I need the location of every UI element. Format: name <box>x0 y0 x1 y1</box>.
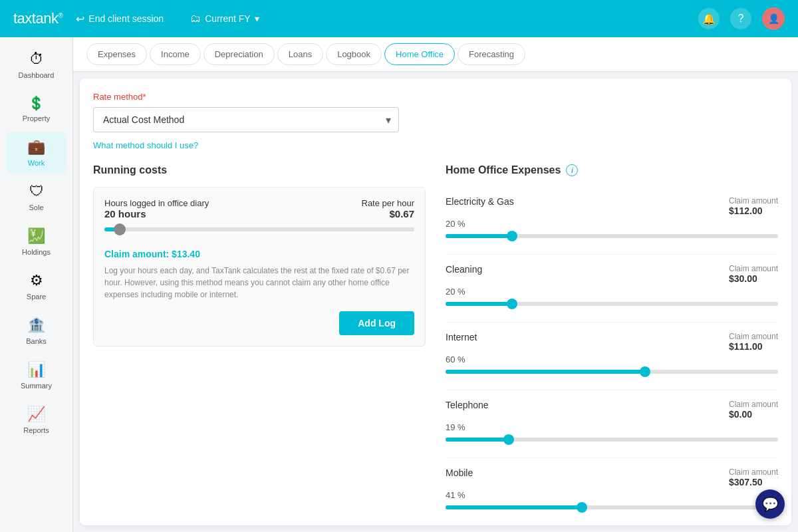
tab-bar: Expenses Income Depreciation Loans Logbo… <box>73 37 798 72</box>
rate-method-select-wrapper: Actual Cost Method Fixed Rate Method Sho… <box>93 107 399 132</box>
help-method-link[interactable]: What method should I use? <box>93 140 198 150</box>
chat-bubble[interactable]: 💬 <box>755 489 785 519</box>
property-icon: 💲 <box>28 95 45 111</box>
sidebar-item-spare[interactable]: ⚙ Spare <box>7 265 66 307</box>
main-content: Expenses Income Depreciation Loans Logbo… <box>73 37 798 532</box>
rate-label: Rate per hour <box>362 198 415 208</box>
help-icon[interactable]: ? <box>730 8 751 29</box>
chevron-down-icon: ▾ <box>255 13 259 24</box>
cleaning-slider[interactable] <box>446 302 778 313</box>
hours-label: Hours logged in office diary <box>104 198 209 208</box>
hours-value: 20 hours <box>104 208 209 219</box>
holdings-icon: 💹 <box>27 227 45 245</box>
running-costs-description: Log your hours each day, and TaxTank cal… <box>104 265 414 301</box>
dashboard-icon: ⏱ <box>29 51 44 68</box>
sidebar-item-banks[interactable]: 🏦 Banks <box>7 310 66 352</box>
running-costs-claim: Claim amount: $13.40 <box>104 249 414 259</box>
tab-home-office[interactable]: Home Office <box>384 43 455 65</box>
two-col-layout: Running costs Hours logged in office dia… <box>93 164 778 525</box>
internet-slider[interactable] <box>446 370 778 380</box>
hours-slider-track <box>104 227 414 231</box>
running-costs-section: Running costs Hours logged in office dia… <box>93 164 426 525</box>
sidebar-item-summary[interactable]: 📊 Summary <box>7 354 66 396</box>
running-costs-title: Running costs <box>93 164 426 176</box>
avatar[interactable]: 👤 <box>762 7 785 30</box>
rate-method-label: Rate method* <box>93 92 778 102</box>
end-session-button[interactable]: ↩ End client session <box>76 13 164 25</box>
home-office-expenses-title: Home Office Expenses i <box>446 164 778 176</box>
main-layout: ⏱ Dashboard 💲 Property 💼 Work 🛡 Sole 💹 H… <box>0 37 798 532</box>
tab-logbook[interactable]: Logbook <box>326 43 382 65</box>
summary-icon: 📊 <box>27 361 45 378</box>
sidebar-item-work[interactable]: 💼 Work <box>7 132 66 174</box>
tab-expenses[interactable]: Expenses <box>86 43 147 65</box>
reports-icon: 📈 <box>27 406 45 423</box>
sidebar-item-property[interactable]: 💲 Property <box>7 88 66 129</box>
notifications-icon[interactable]: 🔔 <box>698 8 720 29</box>
rate-value: $0.67 <box>362 208 415 219</box>
mobile-slider[interactable] <box>446 505 778 516</box>
hours-row: Hours logged in office diary 20 hours Ra… <box>104 198 414 219</box>
tab-depreciation[interactable]: Depreciation <box>203 43 275 65</box>
sidebar-item-reports[interactable]: 📈 Reports <box>7 399 66 441</box>
sidebar-item-sole[interactable]: 🛡 Sole <box>7 176 66 218</box>
logo: taxtank® <box>13 10 63 27</box>
info-icon[interactable]: i <box>566 164 578 176</box>
expense-row-cleaning: Cleaning Claim amount $30.00 20 % <box>446 255 778 323</box>
tab-loans[interactable]: Loans <box>277 43 323 65</box>
page-content: Rate method* Actual Cost Method Fixed Ra… <box>80 78 791 525</box>
sidebar: ⏱ Dashboard 💲 Property 💼 Work 🛡 Sole 💹 H… <box>0 37 73 532</box>
home-office-expenses-section: Home Office Expenses i Electricity & Gas… <box>446 164 778 525</box>
expense-row-internet: Internet Claim amount $111.00 60 % <box>446 323 778 390</box>
briefcase-icon: 🗂 <box>190 13 201 25</box>
header: taxtank® ↩ End client session 🗂 Current … <box>0 0 798 37</box>
rate-method-select[interactable]: Actual Cost Method Fixed Rate Method Sho… <box>93 107 399 132</box>
sidebar-item-holdings[interactable]: 💹 Holdings <box>7 221 66 263</box>
rate-method-section: Rate method* Actual Cost Method Fixed Ra… <box>93 92 778 151</box>
tab-forecasting[interactable]: Forecasting <box>458 43 525 65</box>
header-right: 🔔 ? 👤 <box>698 7 785 30</box>
current-fy-button[interactable]: 🗂 Current FY ▾ <box>190 13 259 25</box>
banks-icon: 🏦 <box>27 317 45 334</box>
telephone-slider[interactable] <box>446 438 778 448</box>
add-log-button[interactable]: Add Log <box>339 311 414 335</box>
sole-icon: 🛡 <box>29 183 44 200</box>
work-icon: 💼 <box>27 138 45 156</box>
electricity-slider[interactable] <box>446 234 778 245</box>
hours-slider-thumb[interactable] <box>114 223 126 235</box>
return-icon: ↩ <box>76 13 84 25</box>
spare-icon: ⚙ <box>30 272 43 289</box>
expense-row-telephone: Telephone Claim amount $0.00 19 % <box>446 390 778 458</box>
running-costs-box: Hours logged in office diary 20 hours Ra… <box>93 187 426 346</box>
expense-row-electricity: Electricity & Gas Claim amount $112.00 2… <box>446 187 778 255</box>
hours-slider-container <box>104 227 414 239</box>
tab-income[interactable]: Income <box>150 43 201 65</box>
sidebar-item-dashboard[interactable]: ⏱ Dashboard <box>7 44 66 86</box>
expense-row-mobile: Mobile Claim amount $307.50 41 % <box>446 458 778 525</box>
